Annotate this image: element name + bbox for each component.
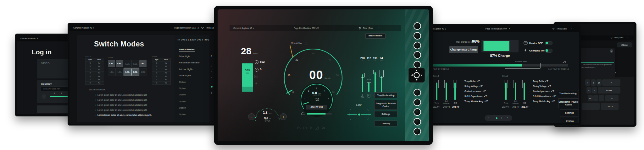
menu-overlay[interactable]: Overlay [374,121,397,126]
modal-panel: × …tum eleifend. Nulla varius volutpat d… [578,48,615,78]
menu-diagnostic-trouble-codes[interactable]: Diagnostic Trouble Codes [374,100,397,110]
menu-settings[interactable]: Settings [374,111,397,117]
status-check-engine-icon [321,126,325,129]
key-shift[interactable]: ∧ [605,95,619,101]
gauge-value: 200 [360,56,365,60]
menu-troubleshooting[interactable]: Troubleshooting [557,90,579,97]
table-row: X%d [86,78,104,82]
key-symbols[interactable]: .?123 [601,103,619,110]
change-max-charge-button[interactable]: Change Max Charge [449,46,478,53]
charging-toggle[interactable] [545,49,552,53]
chevron-right-icon[interactable]: › [379,27,379,29]
sidebar-item-option[interactable]: Option [179,93,186,96]
tach-tick: 5 [328,98,329,99]
mode-button[interactable]: LBL [124,60,131,68]
modal-text-area[interactable]: …tum eleifend. Nulla varius volutpat dic… [580,62,614,78]
page-dot-active[interactable] [496,117,497,119]
table-row: X%d [152,75,170,78]
heater-toggle[interactable] [545,41,552,45]
stat-string-voltage: String Voltage: x°F [464,85,483,87]
key-enter[interactable]: Enter [598,87,620,94]
sidebar-item-option[interactable]: Option [179,113,186,116]
hardware-button-10[interactable] [414,128,421,135]
menu-overlay[interactable]: Overlay [561,118,579,123]
bar-label-iso: ISO [451,102,459,104]
charge-strip-fill [307,113,326,115]
dpad-control[interactable] [408,68,425,83]
max-charge-value: 96% [472,39,480,44]
menu-settings[interactable]: Settings [560,110,579,116]
key-space[interactable] [582,103,600,110]
string2-iso-bar [522,80,526,101]
collapse-keyboard-icon[interactable]: ∧ [615,71,617,74]
mode-button[interactable]: LBL [124,68,131,76]
mode-button[interactable]: LBL [139,60,147,67]
page-dot[interactable] [501,117,502,119]
device-selector[interactable]: Concrete Agitator #3 ∨ [20,37,38,39]
hardware-button-8[interactable] [414,108,421,116]
mode-button[interactable]: LBL [116,60,123,67]
hardware-button-6[interactable] [414,89,421,96]
heater-icon [254,75,258,78]
sidebar-item-drive-lights[interactable]: Drive Lights [179,74,192,77]
device-selector[interactable]: Concrete Agitator #3 ∨ [73,27,94,29]
hardware-button-3[interactable] [414,42,421,49]
hardware-button-5[interactable] [414,61,421,68]
sidebar-item-interior-lights[interactable]: Interior Lights [179,68,193,71]
page-title: Switch Modes [94,40,144,48]
status-engine-icon [297,126,301,130]
key-o[interactable]: o [591,79,596,86]
slider-minus-button[interactable]: – [42,94,46,99]
hardware-button-1[interactable] [414,22,421,30]
key-k[interactable]: k [586,87,591,94]
mode-button[interactable]: LBL [108,68,116,76]
key-l[interactable]: l [592,87,597,94]
scroll-up-icon[interactable]: ∧ [210,55,212,57]
device-selector[interactable]: Concrete Agitator #3 ∨ [233,27,254,29]
menu-troubleshooting[interactable]: Troubleshooting [374,92,397,98]
string1-iso-value: 203.4°F [451,106,461,108]
sidebar-item-switch-modes[interactable]: Switch Modes [179,48,195,51]
drum-rpm-readout: 1.2 rpm [263,109,272,115]
key-m[interactable]: m [588,95,593,101]
mode-button[interactable]: LBL [108,60,115,67]
chevron-right-icon[interactable]: › [627,36,628,39]
col-byte: Byte [86,58,95,62]
sidebar-item-option[interactable]: Option [179,106,186,109]
hardware-button-2[interactable] [414,32,421,40]
gauge-unit: °F [368,60,370,62]
close-icon[interactable]: × [610,49,613,53]
key-backspace[interactable]: < [602,79,620,86]
sidebar-item-option[interactable]: Option [179,81,186,83]
hardware-button-7[interactable] [414,99,421,106]
tach-tick: 2 [308,90,309,92]
mode-button[interactable]: LBL [116,68,124,76]
mode-button[interactable]: LBL [131,60,139,68]
scroll-down-icon[interactable]: ∨ [210,91,212,94]
menu-diagnostic-trouble-codes[interactable]: Diagnostic Trouble Codes [558,98,579,108]
key-i[interactable]: i [585,79,590,86]
page-prev-icon[interactable]: ‹ [488,116,489,119]
chevron-right-icon[interactable]: › [571,27,572,29]
oil-level-icon [367,94,370,98]
check-icon: ✓ [95,109,96,111]
dashboard-screen: Concrete Agitator #3 ∨ Page Identificati… [218,9,429,141]
gauge-value: 112 [367,56,371,60]
hardware-button-9[interactable] [414,118,421,126]
sidebar-item-drive-light[interactable]: Drive Light [179,55,190,58]
sidebar-item-option[interactable]: Option [179,100,186,103]
key-period[interactable]: . [599,95,604,101]
speed-unit: Km/h [325,77,330,80]
mode-button[interactable]: LBL [131,68,139,76]
drum-increase-button[interactable]: + [280,113,287,120]
sidebar-item-option[interactable]: Option [179,87,186,90]
drum-decrease-button[interactable]: – [248,113,255,120]
close-button[interactable]: Close [617,42,632,47]
hardware-button-4[interactable] [414,51,421,59]
page-next-icon[interactable]: › [507,116,508,119]
battery-health-button[interactable]: Battery Health [365,33,386,39]
key-p[interactable]: p [597,79,602,86]
sidebar-item-parkbreak[interactable]: ParkBreak Indicator [179,61,200,64]
key-comma[interactable]: , [593,95,598,101]
mode-button[interactable]: LBL [139,68,147,76]
